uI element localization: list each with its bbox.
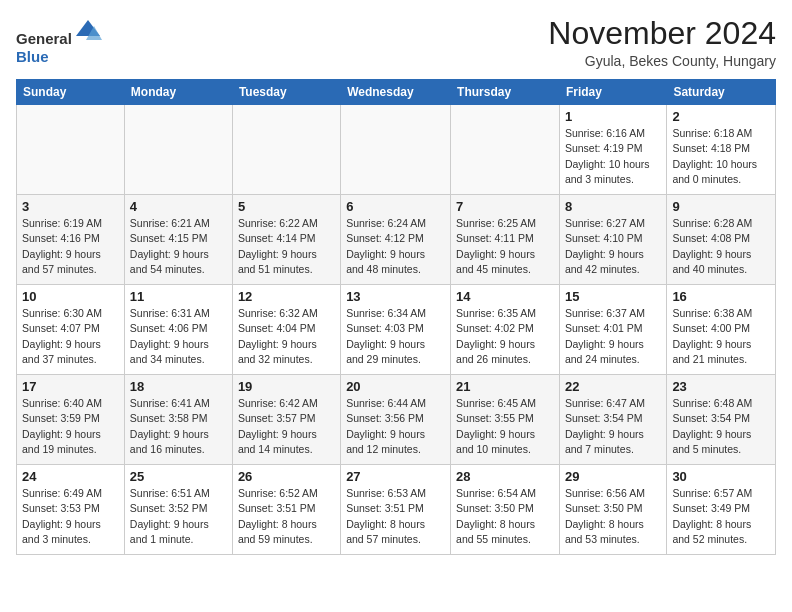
day-info: Sunrise: 6:27 AM Sunset: 4:10 PM Dayligh… xyxy=(565,216,661,277)
day-number: 21 xyxy=(456,379,554,394)
day-number: 24 xyxy=(22,469,119,484)
table-row: 8Sunrise: 6:27 AM Sunset: 4:10 PM Daylig… xyxy=(559,195,666,285)
month-title: November 2024 xyxy=(548,16,776,51)
table-row: 6Sunrise: 6:24 AM Sunset: 4:12 PM Daylig… xyxy=(341,195,451,285)
day-info: Sunrise: 6:38 AM Sunset: 4:00 PM Dayligh… xyxy=(672,306,770,367)
day-number: 9 xyxy=(672,199,770,214)
day-number: 13 xyxy=(346,289,445,304)
table-row: 9Sunrise: 6:28 AM Sunset: 4:08 PM Daylig… xyxy=(667,195,776,285)
day-number: 14 xyxy=(456,289,554,304)
table-row: 7Sunrise: 6:25 AM Sunset: 4:11 PM Daylig… xyxy=(451,195,560,285)
day-info: Sunrise: 6:48 AM Sunset: 3:54 PM Dayligh… xyxy=(672,396,770,457)
table-row: 24Sunrise: 6:49 AM Sunset: 3:53 PM Dayli… xyxy=(17,465,125,555)
col-friday: Friday xyxy=(559,80,666,105)
table-row: 16Sunrise: 6:38 AM Sunset: 4:00 PM Dayli… xyxy=(667,285,776,375)
day-info: Sunrise: 6:40 AM Sunset: 3:59 PM Dayligh… xyxy=(22,396,119,457)
table-row: 3Sunrise: 6:19 AM Sunset: 4:16 PM Daylig… xyxy=(17,195,125,285)
day-number: 27 xyxy=(346,469,445,484)
day-number: 7 xyxy=(456,199,554,214)
logo-blue: Blue xyxy=(16,48,49,65)
day-number: 4 xyxy=(130,199,227,214)
day-info: Sunrise: 6:34 AM Sunset: 4:03 PM Dayligh… xyxy=(346,306,445,367)
col-thursday: Thursday xyxy=(451,80,560,105)
table-row: 12Sunrise: 6:32 AM Sunset: 4:04 PM Dayli… xyxy=(232,285,340,375)
day-info: Sunrise: 6:53 AM Sunset: 3:51 PM Dayligh… xyxy=(346,486,445,547)
day-number: 15 xyxy=(565,289,661,304)
page: General Blue November 2024 Gyula, Bekes … xyxy=(0,0,792,565)
table-row: 19Sunrise: 6:42 AM Sunset: 3:57 PM Dayli… xyxy=(232,375,340,465)
day-number: 30 xyxy=(672,469,770,484)
day-info: Sunrise: 6:21 AM Sunset: 4:15 PM Dayligh… xyxy=(130,216,227,277)
table-row: 4Sunrise: 6:21 AM Sunset: 4:15 PM Daylig… xyxy=(124,195,232,285)
location-subtitle: Gyula, Bekes County, Hungary xyxy=(548,53,776,69)
day-number: 3 xyxy=(22,199,119,214)
day-info: Sunrise: 6:18 AM Sunset: 4:18 PM Dayligh… xyxy=(672,126,770,187)
week-row-3: 10Sunrise: 6:30 AM Sunset: 4:07 PM Dayli… xyxy=(17,285,776,375)
day-number: 19 xyxy=(238,379,335,394)
table-row: 18Sunrise: 6:41 AM Sunset: 3:58 PM Dayli… xyxy=(124,375,232,465)
table-row: 30Sunrise: 6:57 AM Sunset: 3:49 PM Dayli… xyxy=(667,465,776,555)
table-row: 23Sunrise: 6:48 AM Sunset: 3:54 PM Dayli… xyxy=(667,375,776,465)
day-number: 5 xyxy=(238,199,335,214)
day-info: Sunrise: 6:45 AM Sunset: 3:55 PM Dayligh… xyxy=(456,396,554,457)
title-block: November 2024 Gyula, Bekes County, Hunga… xyxy=(548,16,776,69)
table-row: 11Sunrise: 6:31 AM Sunset: 4:06 PM Dayli… xyxy=(124,285,232,375)
day-number: 29 xyxy=(565,469,661,484)
table-row xyxy=(17,105,125,195)
logo: General Blue xyxy=(16,16,102,66)
logo-general: General xyxy=(16,30,72,47)
table-row xyxy=(451,105,560,195)
table-row: 27Sunrise: 6:53 AM Sunset: 3:51 PM Dayli… xyxy=(341,465,451,555)
week-row-4: 17Sunrise: 6:40 AM Sunset: 3:59 PM Dayli… xyxy=(17,375,776,465)
day-info: Sunrise: 6:41 AM Sunset: 3:58 PM Dayligh… xyxy=(130,396,227,457)
table-row: 26Sunrise: 6:52 AM Sunset: 3:51 PM Dayli… xyxy=(232,465,340,555)
table-row xyxy=(232,105,340,195)
day-info: Sunrise: 6:56 AM Sunset: 3:50 PM Dayligh… xyxy=(565,486,661,547)
day-info: Sunrise: 6:30 AM Sunset: 4:07 PM Dayligh… xyxy=(22,306,119,367)
table-row: 29Sunrise: 6:56 AM Sunset: 3:50 PM Dayli… xyxy=(559,465,666,555)
day-info: Sunrise: 6:42 AM Sunset: 3:57 PM Dayligh… xyxy=(238,396,335,457)
day-number: 11 xyxy=(130,289,227,304)
day-info: Sunrise: 6:37 AM Sunset: 4:01 PM Dayligh… xyxy=(565,306,661,367)
week-row-1: 1Sunrise: 6:16 AM Sunset: 4:19 PM Daylig… xyxy=(17,105,776,195)
table-row: 25Sunrise: 6:51 AM Sunset: 3:52 PM Dayli… xyxy=(124,465,232,555)
day-info: Sunrise: 6:57 AM Sunset: 3:49 PM Dayligh… xyxy=(672,486,770,547)
day-info: Sunrise: 6:49 AM Sunset: 3:53 PM Dayligh… xyxy=(22,486,119,547)
day-number: 12 xyxy=(238,289,335,304)
day-info: Sunrise: 6:32 AM Sunset: 4:04 PM Dayligh… xyxy=(238,306,335,367)
week-row-2: 3Sunrise: 6:19 AM Sunset: 4:16 PM Daylig… xyxy=(17,195,776,285)
day-number: 23 xyxy=(672,379,770,394)
day-info: Sunrise: 6:52 AM Sunset: 3:51 PM Dayligh… xyxy=(238,486,335,547)
day-number: 10 xyxy=(22,289,119,304)
day-number: 16 xyxy=(672,289,770,304)
week-row-5: 24Sunrise: 6:49 AM Sunset: 3:53 PM Dayli… xyxy=(17,465,776,555)
day-number: 26 xyxy=(238,469,335,484)
table-row: 2Sunrise: 6:18 AM Sunset: 4:18 PM Daylig… xyxy=(667,105,776,195)
table-row: 22Sunrise: 6:47 AM Sunset: 3:54 PM Dayli… xyxy=(559,375,666,465)
logo-icon xyxy=(74,16,102,44)
day-number: 8 xyxy=(565,199,661,214)
day-number: 18 xyxy=(130,379,227,394)
table-row: 10Sunrise: 6:30 AM Sunset: 4:07 PM Dayli… xyxy=(17,285,125,375)
table-row xyxy=(124,105,232,195)
col-saturday: Saturday xyxy=(667,80,776,105)
day-info: Sunrise: 6:24 AM Sunset: 4:12 PM Dayligh… xyxy=(346,216,445,277)
day-info: Sunrise: 6:51 AM Sunset: 3:52 PM Dayligh… xyxy=(130,486,227,547)
day-info: Sunrise: 6:25 AM Sunset: 4:11 PM Dayligh… xyxy=(456,216,554,277)
table-row: 1Sunrise: 6:16 AM Sunset: 4:19 PM Daylig… xyxy=(559,105,666,195)
table-row: 20Sunrise: 6:44 AM Sunset: 3:56 PM Dayli… xyxy=(341,375,451,465)
day-number: 28 xyxy=(456,469,554,484)
table-row: 5Sunrise: 6:22 AM Sunset: 4:14 PM Daylig… xyxy=(232,195,340,285)
day-number: 2 xyxy=(672,109,770,124)
header: General Blue November 2024 Gyula, Bekes … xyxy=(16,16,776,69)
col-wednesday: Wednesday xyxy=(341,80,451,105)
day-number: 17 xyxy=(22,379,119,394)
day-info: Sunrise: 6:16 AM Sunset: 4:19 PM Dayligh… xyxy=(565,126,661,187)
day-number: 20 xyxy=(346,379,445,394)
col-sunday: Sunday xyxy=(17,80,125,105)
day-number: 6 xyxy=(346,199,445,214)
day-info: Sunrise: 6:31 AM Sunset: 4:06 PM Dayligh… xyxy=(130,306,227,367)
day-number: 22 xyxy=(565,379,661,394)
day-info: Sunrise: 6:35 AM Sunset: 4:02 PM Dayligh… xyxy=(456,306,554,367)
day-info: Sunrise: 6:19 AM Sunset: 4:16 PM Dayligh… xyxy=(22,216,119,277)
